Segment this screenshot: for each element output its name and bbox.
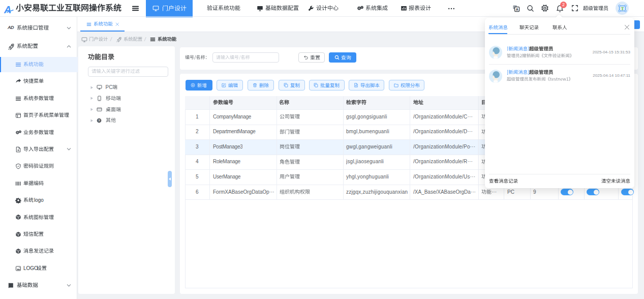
svg-text:A: A <box>516 7 518 11</box>
svg-text:T: T <box>621 6 624 11</box>
svg-text:?: ? <box>98 118 100 122</box>
